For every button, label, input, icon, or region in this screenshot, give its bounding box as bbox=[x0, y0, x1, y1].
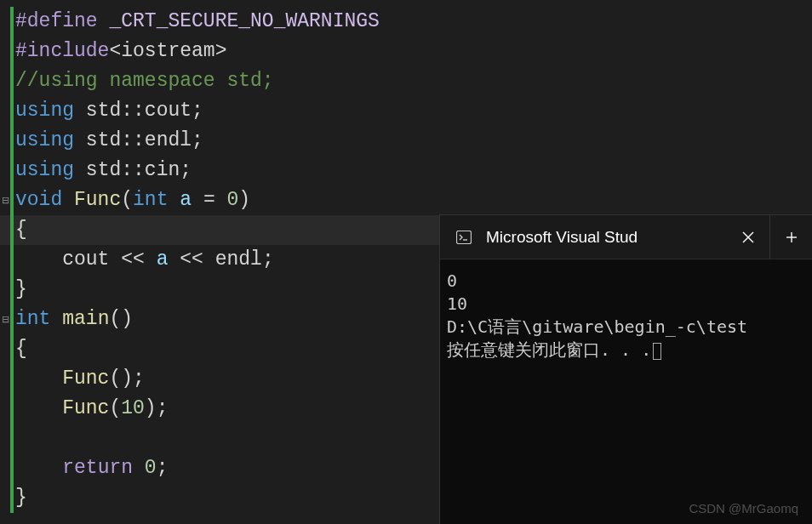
console-window[interactable]: Microsoft Visual Stud 0 10 D:\C语言\gitwar… bbox=[439, 214, 812, 524]
code-line[interactable]: #include<iostream> bbox=[0, 37, 812, 66]
code-line[interactable]: ⊟ void Func(int a = 0) bbox=[0, 185, 812, 215]
code-line[interactable]: using std::cout; bbox=[0, 96, 812, 126]
token-group: using std::cin; bbox=[14, 156, 192, 185]
brace: } bbox=[14, 275, 27, 305]
code-line[interactable]: using std::cin; bbox=[0, 156, 812, 185]
token-group: Func(); bbox=[14, 364, 145, 394]
watermark: CSDN @MrGaomq bbox=[689, 501, 798, 515]
code-line[interactable]: #define _CRT_SECURE_NO_WARNINGS bbox=[0, 7, 812, 37]
collapse-icon[interactable]: ⊟ bbox=[0, 185, 10, 215]
token-group: int main() bbox=[14, 305, 133, 334]
cursor-icon bbox=[653, 343, 661, 360]
brace: { bbox=[14, 215, 27, 245]
output-line: 按任意键关闭此窗口. . . bbox=[447, 339, 805, 362]
close-button[interactable] bbox=[727, 215, 769, 259]
token-group: void Func(int a = 0) bbox=[14, 185, 250, 215]
console-titlebar[interactable]: Microsoft Visual Stud bbox=[440, 215, 812, 259]
token-group: cout << a << endl; bbox=[14, 245, 274, 275]
console-output[interactable]: 0 10 D:\C语言\gitware\begin_-c\test 按任意键关闭… bbox=[440, 259, 812, 372]
token-group: Func(10); bbox=[14, 394, 168, 424]
code-line[interactable]: //using namespace std; bbox=[0, 66, 812, 96]
brace: } bbox=[14, 483, 27, 513]
output-line: 10 bbox=[447, 293, 805, 316]
brace: { bbox=[14, 334, 27, 364]
output-line: 0 bbox=[447, 270, 805, 293]
comment: //using namespace std; bbox=[14, 66, 274, 96]
console-title: Microsoft Visual Stud bbox=[486, 228, 727, 247]
collapse-icon[interactable]: ⊟ bbox=[0, 305, 10, 334]
token-group: using std::cout; bbox=[14, 96, 203, 126]
token-group: using std::endl; bbox=[14, 126, 203, 156]
output-line: D:\C语言\gitware\begin_-c\test bbox=[447, 316, 805, 339]
svg-rect-0 bbox=[457, 231, 472, 243]
terminal-icon bbox=[455, 229, 472, 246]
token-group: #define _CRT_SECURE_NO_WARNINGS bbox=[14, 7, 380, 37]
token-group: return 0; bbox=[14, 453, 168, 483]
token-group: #include<iostream> bbox=[14, 37, 226, 66]
new-tab-button[interactable] bbox=[769, 215, 812, 259]
code-line[interactable]: using std::endl; bbox=[0, 126, 812, 156]
